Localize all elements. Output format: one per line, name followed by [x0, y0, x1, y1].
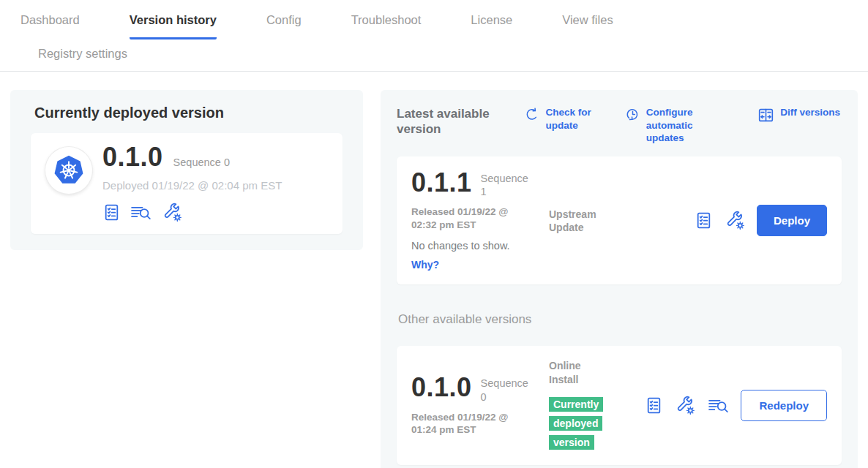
latest-card-actions — [695, 211, 745, 230]
version-line: 0.1.0 Sequence 0 — [102, 144, 282, 170]
preflight-checks-icon[interactable] — [645, 396, 663, 415]
other-card-actions — [645, 396, 730, 415]
currently-deployed-panel: Currently deployed version — [10, 90, 363, 250]
tab-troubleshoot[interactable]: Troubleshoot — [351, 10, 422, 39]
diff-versions-label: Diff versions — [780, 106, 840, 119]
deployed-version-info: 0.1.0 Sequence 0 Deployed 01/19/22 @ 02:… — [102, 144, 282, 222]
tab-version-history[interactable]: Version history — [130, 10, 217, 39]
redeploy-button[interactable]: Redeploy — [741, 390, 827, 421]
check-for-update-link[interactable]: Check for update — [524, 106, 599, 132]
app-icon-badge — [45, 147, 92, 194]
sequence-label: Sequence 1 — [481, 170, 529, 200]
released-timestamp: Released 01/19/22 @ 01:24 pm EST — [411, 411, 521, 437]
check-for-update-label: Check for update — [545, 106, 599, 132]
available-versions-panel: Latest available version Check for updat… — [381, 90, 858, 468]
preflight-checks-icon[interactable] — [695, 211, 713, 230]
sequence-label: Sequence 0 — [481, 374, 529, 404]
deployed-timestamp: Deployed 01/19/22 @ 02:04 pm EST — [102, 179, 282, 192]
other-version-info: 0.1.0 Sequence 0 Released 01/19/22 @ 01:… — [411, 374, 549, 437]
preflight-checks-icon[interactable] — [102, 203, 121, 222]
other-version-source: Online Install Currently deployed versio… — [549, 359, 643, 451]
configure-automatic-updates-label: Configure automatic updates — [646, 106, 733, 145]
deploy-button[interactable]: Deploy — [757, 205, 827, 236]
latest-version-source: Upstream Update — [549, 170, 643, 234]
top-nav: Dashboard Version history Config Trouble… — [0, 0, 868, 72]
kubernetes-logo-icon — [50, 151, 88, 189]
tab-dashboard[interactable]: Dashboard — [20, 10, 80, 39]
latest-version-info: 0.1.1 Sequence 1 Released 01/19/22 @ 02:… — [411, 170, 549, 272]
available-header: Latest available version Check for updat… — [397, 103, 842, 156]
latest-available-heading: Latest available version — [397, 106, 499, 137]
configure-automatic-updates-link[interactable]: Configure automatic updates — [625, 106, 733, 145]
sequence-label: Sequence 0 — [173, 156, 230, 168]
edit-config-icon[interactable] — [676, 396, 695, 415]
tab-config[interactable]: Config — [266, 10, 302, 39]
source-label: Online Install — [549, 359, 612, 385]
edit-config-icon[interactable] — [725, 211, 745, 230]
main-content: Currently deployed version — [0, 72, 868, 468]
refresh-icon — [524, 107, 539, 122]
changes-note: No changes to show. — [411, 240, 549, 252]
tab-registry-settings[interactable]: Registry settings — [38, 44, 868, 61]
version-number: 0.1.0 — [102, 144, 163, 170]
deployed-version-card: 0.1.0 Sequence 0 Deployed 01/19/22 @ 02:… — [31, 133, 343, 234]
latest-version-card: 0.1.1 Sequence 1 Released 01/19/22 @ 02:… — [397, 156, 842, 285]
deploy-logs-icon[interactable] — [130, 203, 153, 222]
other-available-versions-heading: Other available versions — [398, 312, 842, 327]
diff-icon — [757, 107, 774, 124]
version-number: 0.1.0 — [411, 374, 472, 401]
why-link[interactable]: Why? — [411, 259, 439, 271]
edit-config-icon[interactable] — [162, 203, 182, 222]
tab-view-files[interactable]: View files — [562, 10, 613, 39]
auto-update-icon — [625, 107, 640, 122]
currently-deployed-badge: Currently deployed version — [549, 397, 603, 450]
deploy-logs-icon[interactable] — [708, 396, 730, 415]
status-badge-wrap: Currently deployed version — [549, 395, 609, 452]
diff-versions-link[interactable]: Diff versions — [757, 106, 840, 124]
currently-deployed-title: Currently deployed version — [34, 105, 350, 121]
tab-license[interactable]: License — [471, 10, 512, 39]
nav-row-secondary: Registry settings — [20, 39, 868, 71]
nav-row-primary: Dashboard Version history Config Trouble… — [20, 10, 868, 39]
deployed-card-actions — [102, 203, 282, 222]
released-timestamp: Released 01/19/22 @ 02:32 pm EST — [411, 205, 521, 231]
version-number: 0.1.1 — [411, 170, 472, 196]
source-label: Upstream Update — [549, 208, 612, 234]
version-line: 0.1.1 Sequence 1 — [411, 170, 549, 200]
other-version-card: 0.1.0 Sequence 0 Released 01/19/22 @ 01:… — [397, 346, 842, 464]
version-line: 0.1.0 Sequence 0 — [411, 374, 549, 404]
